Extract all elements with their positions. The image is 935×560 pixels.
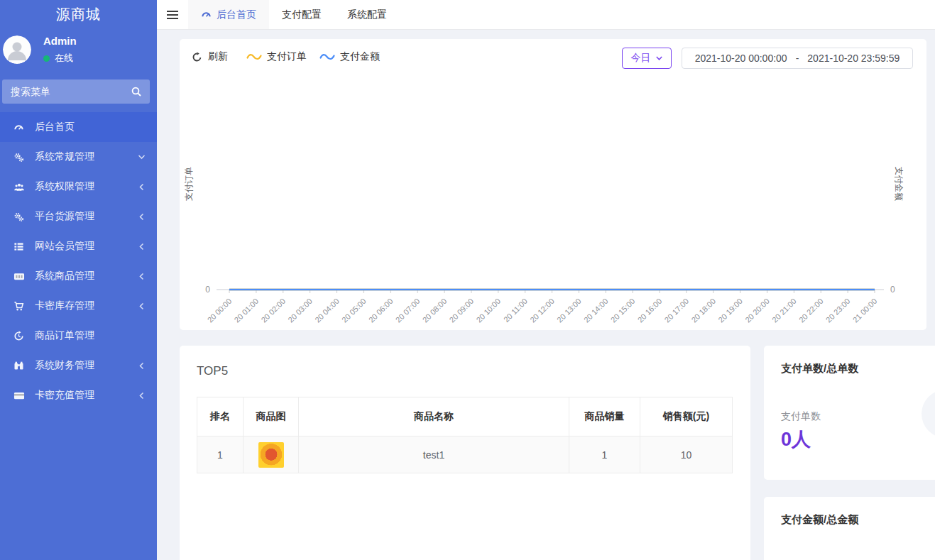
sidebar-item-label: 网站会员管理 — [35, 240, 138, 253]
sidebar-item-4[interactable]: 网站会员管理 — [0, 231, 157, 261]
svg-text:20 19:00: 20 19:00 — [716, 297, 744, 324]
stat-card-orders-label: 支付单数 — [781, 410, 935, 423]
list-icon — [13, 241, 26, 252]
legend-label: 支付订单 — [267, 50, 307, 63]
credit-card-icon — [13, 390, 26, 401]
svg-text:20 21:00: 20 21:00 — [770, 297, 798, 324]
svg-text:20 05:00: 20 05:00 — [340, 297, 368, 324]
app-title: 源商城 — [0, 0, 157, 26]
tab-label: 后台首页 — [217, 9, 256, 21]
stat-card-amount: 支付金额/总金额 — [764, 497, 935, 560]
date-start: 2021-10-20 00:00:00 — [695, 53, 787, 64]
svg-text:20 18:00: 20 18:00 — [689, 297, 717, 324]
wave-icon — [319, 52, 335, 62]
svg-text:20 23:00: 20 23:00 — [824, 297, 852, 324]
date-end: 2021-10-20 23:59:59 — [807, 53, 900, 64]
avatar[interactable] — [3, 35, 31, 64]
chevron-left-icon — [138, 273, 146, 280]
gauge-icon — [13, 122, 26, 133]
chevron-left-icon — [138, 392, 146, 400]
wave-icon — [246, 52, 262, 62]
sidebar-item-label: 系统权限管理 — [35, 180, 138, 193]
svg-text:20 14:00: 20 14:00 — [582, 297, 610, 324]
svg-text:20 02:00: 20 02:00 — [259, 297, 287, 324]
stat-card-orders-title: 支付单数/总单数 — [781, 362, 935, 375]
search-icon[interactable] — [131, 86, 142, 97]
sidebar-item-0[interactable]: 后台首页 — [0, 112, 157, 142]
chevron-left-icon — [138, 243, 146, 251]
chevron-left-icon — [138, 213, 146, 221]
user-icon — [3, 35, 31, 64]
users-icon — [13, 182, 26, 192]
refresh-icon — [192, 52, 202, 62]
sidebar-item-label: 系统常规管理 — [35, 150, 138, 163]
product-image — [258, 442, 284, 468]
sidebar-item-1[interactable]: 系统常规管理 — [0, 142, 157, 172]
user-meta: Admin 在线 — [43, 35, 77, 65]
line-chart: 20 00:0020 01:0020 02:0020 03:0020 04:00… — [180, 82, 926, 331]
range-select-button[interactable]: 今日 — [622, 48, 672, 69]
refresh-label: 刷新 — [208, 50, 228, 63]
card-icon — [13, 271, 26, 282]
page: { "app": { "title": "源商城" }, "colors": {… — [0, 0, 935, 560]
gears-icon — [13, 212, 26, 222]
sidebar-item-label: 系统财务管理 — [35, 359, 138, 372]
chart-panel: 刷新 支付订单支付金额 今日 2021-10-20 00:00:00 - 202… — [180, 39, 926, 330]
sidebar-item-3[interactable]: 平台货源管理 — [0, 202, 157, 231]
top5-title: TOP5 — [197, 364, 750, 378]
sidebar-item-label: 平台货源管理 — [35, 210, 138, 223]
tab-2[interactable]: 系统配置 — [334, 0, 400, 29]
online-status-dot — [43, 55, 50, 62]
sidebar-item-8[interactable]: 系统财务管理 — [0, 351, 157, 380]
svg-text:20 00:00: 20 00:00 — [206, 297, 234, 324]
sidebar-item-9[interactable]: 卡密充值管理 — [0, 380, 157, 410]
svg-text:20 16:00: 20 16:00 — [636, 297, 664, 324]
date-controls: 今日 2021-10-20 00:00:00 - 2021-10-20 23:5… — [622, 48, 913, 69]
svg-text:0: 0 — [890, 285, 895, 295]
top5-panel: TOP5 排名商品图商品名称商品销量销售额(元)1test1110 — [180, 346, 750, 560]
chart-legend: 支付订单支付金额 — [246, 50, 380, 63]
sidebar-item-6[interactable]: 卡密库存管理 — [0, 291, 157, 321]
topbar: 后台首页支付配置系统配置 — [157, 0, 935, 30]
svg-text:20 13:00: 20 13:00 — [555, 297, 583, 324]
svg-text:20 15:00: 20 15:00 — [609, 297, 637, 324]
date-range-input[interactable]: 2021-10-20 00:00:00 - 2021-10-20 23:59:5… — [682, 48, 913, 69]
table-row: 1test1110 — [197, 437, 733, 473]
gauge-icon — [201, 9, 212, 20]
main-content: 刷新 支付订单支付金额 今日 2021-10-20 00:00:00 - 202… — [157, 30, 935, 560]
tab-0[interactable]: 后台首页 — [188, 0, 269, 29]
legend-item-0[interactable]: 支付订单 — [246, 50, 307, 63]
legend-label: 支付金额 — [340, 50, 380, 63]
sidebar-item-7[interactable]: 商品订单管理 — [0, 321, 157, 351]
svg-text:20 17:00: 20 17:00 — [663, 297, 691, 324]
stat-card-amount-title: 支付金额/总金额 — [781, 513, 935, 527]
table-cell: test1 — [299, 437, 569, 473]
tab-1[interactable]: 支付配置 — [269, 0, 334, 29]
topbar-tabs: 后台首页支付配置系统配置 — [188, 0, 400, 29]
svg-text:20 12:00: 20 12:00 — [528, 297, 556, 324]
range-select-label: 今日 — [631, 52, 651, 65]
svg-text:21 00:00: 21 00:00 — [851, 297, 879, 324]
table-cell: 10 — [640, 437, 733, 473]
refresh-button[interactable]: 刷新 — [192, 50, 228, 63]
sidebar-item-2[interactable]: 系统权限管理 — [0, 172, 157, 202]
date-separator: - — [796, 53, 799, 64]
sidebar-item-label: 商品订单管理 — [35, 329, 146, 342]
svg-text:20 20:00: 20 20:00 — [743, 297, 771, 324]
svg-text:20 07:00: 20 07:00 — [394, 297, 422, 324]
chevron-left-icon — [138, 183, 146, 191]
table-header-row: 排名商品图商品名称商品销量销售额(元) — [197, 397, 733, 437]
hamburger-icon[interactable] — [157, 0, 188, 29]
sidebar-item-label: 卡密充值管理 — [35, 389, 138, 402]
history-icon — [13, 331, 26, 341]
search-input[interactable] — [2, 79, 150, 104]
column-header: 排名 — [197, 397, 244, 437]
table-cell: 1 — [197, 437, 244, 473]
tab-label: 支付配置 — [282, 9, 322, 21]
svg-text:20 03:00: 20 03:00 — [286, 297, 314, 324]
legend-item-1[interactable]: 支付金额 — [319, 50, 380, 63]
sidebar-item-5[interactable]: 系统商品管理 — [0, 261, 157, 291]
user-name: Admin — [43, 35, 77, 47]
column-header: 商品销量 — [569, 397, 640, 437]
svg-text:20 10:00: 20 10:00 — [474, 297, 502, 324]
